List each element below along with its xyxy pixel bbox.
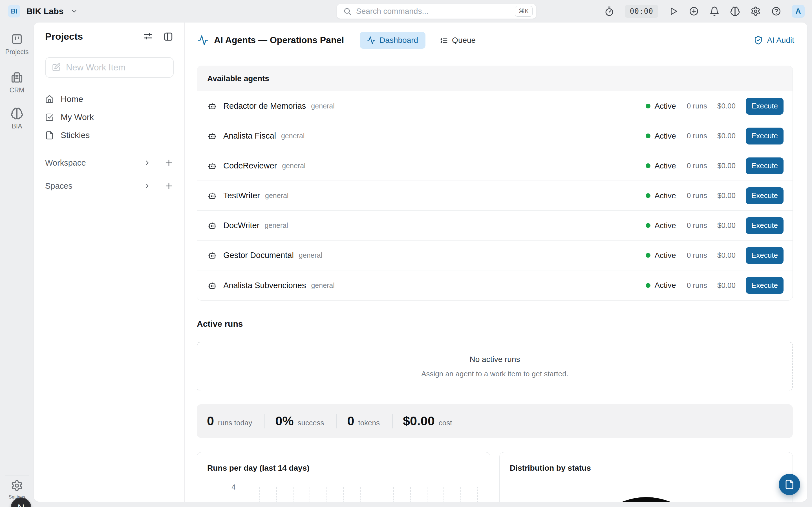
filter-sliders-icon[interactable] (143, 31, 153, 42)
grid-column (277, 487, 294, 502)
execute-button[interactable]: Execute (746, 128, 783, 145)
agent-row: CodeReviewer general Active 0 runs $0.00… (197, 151, 793, 181)
rail-item-projects[interactable]: Projects (0, 33, 34, 56)
stat-cost: $0.00 cost (392, 414, 464, 429)
agent-status: Active (654, 281, 676, 290)
rail-item-bia[interactable]: BIA (0, 107, 34, 130)
brain-icon[interactable] (730, 6, 740, 16)
grid-column (427, 487, 444, 502)
ai-audit-label: AI Audit (767, 36, 794, 45)
grid-column (310, 487, 327, 502)
crm-building-icon (10, 71, 23, 84)
agent-tag: general (311, 102, 335, 110)
agent-status: Active (654, 131, 676, 140)
chevron-right-icon[interactable] (143, 159, 151, 167)
view-tabs: Dashboard Queue (360, 32, 483, 49)
stat-label: success (297, 418, 324, 427)
agent-name: Analista Fiscal (223, 131, 276, 140)
dashboard-scroll-area[interactable]: Available agents Redactor de Memorias ge… (185, 58, 807, 502)
chevron-right-icon[interactable] (143, 182, 151, 190)
rail-divider (5, 475, 29, 475)
search-input[interactable] (356, 7, 515, 16)
agent-row: Analista Subvenciones general Active 0 r… (197, 270, 793, 300)
empty-state-subtitle: Assign an agent to a work item to get st… (421, 370, 568, 378)
kanban-icon (10, 33, 23, 46)
stopwatch-icon[interactable] (604, 6, 614, 16)
agent-run-count: 0 runs (687, 102, 707, 110)
new-work-item-box[interactable] (45, 57, 174, 78)
sidebar-item-home[interactable]: Home (45, 90, 174, 108)
ai-audit-link[interactable]: AI Audit (754, 36, 794, 45)
agent-row: TestWriter general Active 0 runs $0.00 E… (197, 181, 793, 211)
tab-label: Dashboard (379, 36, 418, 45)
status-dot (646, 104, 651, 108)
agent-cost: $0.00 (717, 281, 735, 290)
agent-run-count: 0 runs (687, 191, 707, 200)
square-pen-icon (51, 63, 61, 72)
rail-item-crm[interactable]: CRM (0, 71, 34, 94)
new-work-item-input[interactable] (66, 62, 179, 73)
agent-row: Redactor de Memorias general Active 0 ru… (197, 91, 793, 121)
agent-status: Active (654, 161, 676, 170)
agent-cost: $0.00 (717, 131, 735, 140)
agent-name: CodeReviewer (223, 161, 277, 170)
runs-per-day-chart-card: Runs per day (last 14 days) 4 (197, 452, 490, 502)
tab-dashboard[interactable]: Dashboard (360, 32, 425, 49)
agent-row: Gestor Documental general Active 0 runs … (197, 240, 793, 270)
active-runs-title: Active runs (197, 319, 793, 329)
workspace-logo: BI (8, 5, 20, 17)
status-dot (646, 253, 651, 258)
activity-pulse-icon (198, 35, 208, 46)
play-button[interactable] (669, 6, 678, 16)
tab-queue[interactable]: Queue (432, 32, 483, 49)
available-agents-card: Available agents Redactor de Memorias ge… (197, 66, 793, 300)
agent-name: Analista Subvenciones (223, 281, 306, 290)
settings-gear-icon (11, 480, 23, 492)
sidebar-section-workspace[interactable]: Workspace (45, 154, 174, 171)
sidebar-item-stickies[interactable]: Stickies (45, 126, 174, 144)
plus-icon[interactable] (164, 181, 174, 191)
status-dot (646, 193, 651, 198)
help-icon[interactable] (771, 6, 781, 16)
list-ordered-icon (440, 36, 448, 45)
sidebar-section-spaces[interactable]: Spaces (45, 177, 174, 194)
stat-label: runs today (218, 418, 252, 427)
execute-button[interactable]: Execute (746, 98, 783, 115)
status-dot (646, 283, 651, 288)
user-avatar[interactable]: A (792, 5, 805, 18)
agent-cost: $0.00 (717, 161, 735, 170)
tab-label: Queue (452, 36, 476, 45)
agent-name: Redactor de Memorias (223, 101, 306, 111)
grid-column (411, 487, 427, 502)
stat-label: tokens (358, 418, 380, 427)
grid-column (361, 487, 377, 502)
workspace-switcher[interactable]: BI BIK Labs (8, 5, 78, 17)
execute-button[interactable]: Execute (746, 187, 783, 204)
plus-icon[interactable] (164, 158, 174, 168)
agent-name: DocWriter (223, 221, 259, 230)
execute-button[interactable]: Execute (746, 217, 783, 234)
timer-display: 00:00 (625, 5, 658, 18)
chart-title: Distribution by status (510, 464, 591, 473)
sidebar-item-my-work[interactable]: My Work (45, 108, 174, 126)
document-fab-button[interactable] (779, 474, 800, 495)
active-runs-empty-state: No active runs Assign an agent to a work… (197, 342, 793, 391)
settings-gear-icon[interactable] (751, 6, 761, 16)
agent-cost: $0.00 (717, 191, 735, 200)
command-search[interactable]: ⌘K (337, 4, 536, 19)
agent-tag: general (282, 162, 305, 170)
status-distribution-chart-card: Distribution by status (499, 452, 793, 502)
app-rail: Projects CRM BIA Settings N (0, 22, 34, 507)
execute-button[interactable]: Execute (746, 158, 783, 174)
execute-button[interactable]: Execute (746, 247, 783, 264)
add-button[interactable] (689, 6, 699, 16)
chevron-down-icon (70, 8, 78, 15)
rail-label: CRM (10, 87, 24, 94)
notifications-bell-icon[interactable] (709, 6, 719, 16)
robot-icon (207, 131, 217, 141)
panel-toggle-icon[interactable] (163, 31, 174, 42)
sidebar-item-label: Stickies (61, 130, 90, 140)
rail-item-settings[interactable]: Settings (0, 480, 34, 500)
execute-button[interactable]: Execute (746, 277, 783, 294)
search-shortcut-badge: ⌘K (515, 6, 532, 17)
